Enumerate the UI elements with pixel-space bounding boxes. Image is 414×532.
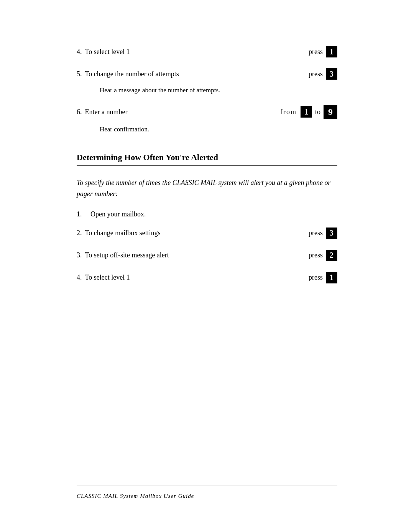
b3-label: To setup off-site message alert xyxy=(85,251,309,259)
step-6-from-group: from 1 to 9 xyxy=(280,105,337,119)
b2-row: 2. To change mailbox settings press 3 xyxy=(77,228,337,239)
b4-key: 1 xyxy=(326,272,337,283)
step-5-row: 5. To change the number of attempts pres… xyxy=(77,68,337,80)
step-5-label: To change the number of attempts xyxy=(85,70,309,78)
step-5-press-label: press xyxy=(309,70,323,78)
page: 4. To select level 1 press 1 5. To chang… xyxy=(0,0,414,532)
b1-text: Open your mailbox. xyxy=(90,210,146,218)
b2-label: To change mailbox settings xyxy=(85,229,309,237)
top-section: 4. To select level 1 press 1 5. To chang… xyxy=(77,46,337,133)
step-4-text: 4. xyxy=(77,48,82,56)
b2-press: press 3 xyxy=(309,228,337,239)
b4-num: 4. xyxy=(77,273,82,282)
step-6-note: Hear confirmation. xyxy=(100,126,337,133)
b2-num: 2. xyxy=(77,229,82,237)
b4-press-label: press xyxy=(309,273,323,282)
b3-press-label: press xyxy=(309,251,323,259)
step-6-key-to: 9 xyxy=(324,105,337,119)
b1-num: 1. xyxy=(77,210,84,218)
b2-key: 3 xyxy=(326,228,337,239)
step-4-row: 4. To select level 1 press 1 xyxy=(77,46,337,57)
step-4-press-label: press xyxy=(309,48,323,56)
step-5-press: press 3 xyxy=(309,68,337,80)
b4-row: 4. To select level 1 press 1 xyxy=(77,272,337,283)
step-5-key: 3 xyxy=(326,68,337,80)
step-6-label: Enter a number xyxy=(85,108,280,116)
step-6-key-from: 1 xyxy=(301,106,312,118)
step-4-label: To select level 1 xyxy=(85,48,309,56)
footer-text: CLASSIC MAIL System Mailbox User Guide xyxy=(77,493,194,499)
b3-key: 2 xyxy=(326,250,337,261)
footer-divider xyxy=(77,486,337,486)
b1-row: 1. Open your mailbox. xyxy=(77,210,337,218)
step-5-num: 5. xyxy=(77,70,82,78)
b4-press: press 1 xyxy=(309,272,337,283)
bottom-section: 1. Open your mailbox. 2. To change mailb… xyxy=(77,210,337,283)
step-6-to-text: to xyxy=(315,108,320,116)
section-heading-container: Determining How Often You're Alerted xyxy=(77,152,337,166)
step-5-note: Hear a message about the number of attem… xyxy=(100,87,337,94)
step-6-num: 6. xyxy=(77,108,82,116)
step-6-from-text: from xyxy=(280,108,297,116)
step-4-key: 1 xyxy=(326,46,337,57)
b2-press-label: press xyxy=(309,229,323,237)
step-6-row: 6. Enter a number from 1 to 9 xyxy=(77,105,337,119)
b4-label: To select level 1 xyxy=(85,273,309,282)
step-4-press: press 1 xyxy=(309,46,337,57)
section-intro: To specify the number of times the CLASS… xyxy=(77,177,337,200)
b3-press: press 2 xyxy=(309,250,337,261)
b3-num: 3. xyxy=(77,251,82,259)
b3-row: 3. To setup off-site message alert press… xyxy=(77,250,337,261)
section-heading: Determining How Often You're Alerted xyxy=(77,152,337,162)
